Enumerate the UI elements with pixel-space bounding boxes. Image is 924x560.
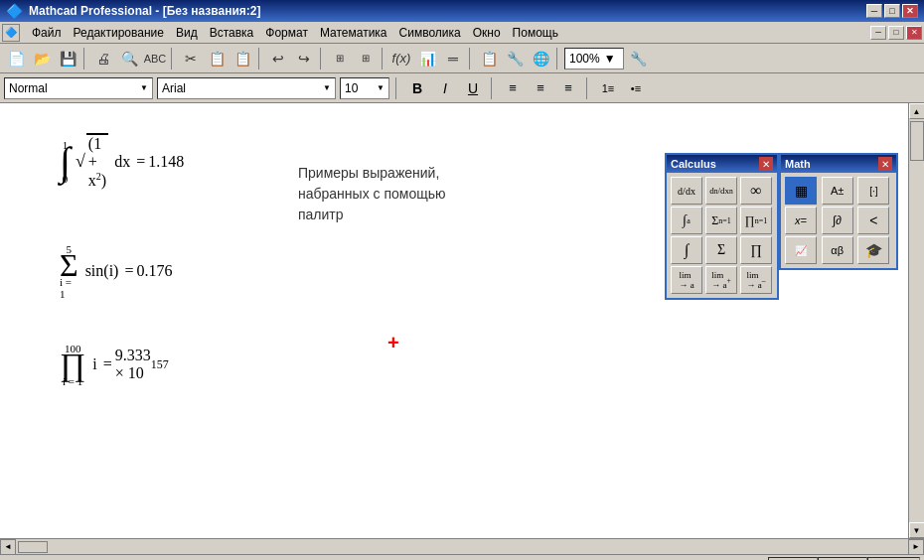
scroll-thumb[interactable]	[910, 121, 924, 161]
calc-lim[interactable]: lim→ a	[671, 266, 702, 294]
menu-math[interactable]: Математика	[314, 24, 393, 42]
settings-button[interactable]: 🔧	[503, 47, 527, 70]
menu-close-btn[interactable]: ✕	[906, 26, 922, 40]
scroll-up-button[interactable]: ▲	[909, 103, 925, 119]
math-palette: Math ✕ ▦ A± [·] x= ∫∂ < 📈 αβ 🎓	[779, 153, 898, 270]
status-right-panels: AUTO NUM Page 1	[768, 557, 920, 561]
menu-file[interactable]: Файл	[26, 24, 68, 42]
tb-sep-6	[469, 48, 473, 70]
font-dropdown[interactable]: Arial ▼	[157, 77, 336, 99]
calc-def-integral[interactable]: ∫a	[671, 207, 702, 234]
undo-button[interactable]: ↩	[266, 47, 290, 70]
chart-button[interactable]: 📊	[415, 47, 439, 70]
print-preview-button[interactable]: 🔍	[117, 47, 141, 70]
tb-btn-extra2[interactable]: ⊞	[354, 47, 378, 70]
calc-infinity[interactable]: ∞	[740, 177, 772, 205]
num-status: NUM	[818, 557, 867, 561]
size-dropdown[interactable]: 10 ▼	[340, 77, 389, 99]
calc-lim-minus[interactable]: lim→ a–	[740, 266, 772, 294]
calc-nth-derivative[interactable]: dn/dxn	[705, 177, 737, 205]
math-xeq-button[interactable]: x=	[785, 207, 817, 234]
scroll-track[interactable]	[909, 119, 924, 522]
window-title: Mathcad Professional - [Без названия:2]	[29, 4, 866, 18]
menu-insert[interactable]: Вставка	[204, 24, 260, 42]
tb-sep-5	[382, 48, 385, 70]
calc-product-infinite[interactable]: ∏	[740, 236, 772, 264]
style-dropdown[interactable]: Normal ▼	[4, 77, 153, 99]
print-button[interactable]: 🖨	[91, 47, 115, 70]
new-button[interactable]: 📄	[4, 47, 28, 70]
font-arrow: ▼	[323, 83, 331, 92]
hscroll-track[interactable]	[16, 539, 908, 554]
copy-button[interactable]: 📋	[205, 47, 229, 70]
style-arrow: ▼	[140, 83, 148, 92]
align-center-button[interactable]: ≡	[529, 77, 552, 99]
cut-button[interactable]: ✂	[179, 47, 203, 70]
italic-button[interactable]: I	[433, 77, 457, 99]
hscroll-right-button[interactable]: ►	[908, 539, 924, 555]
maximize-button[interactable]: □	[884, 4, 900, 18]
redo-button[interactable]: ↪	[292, 47, 316, 70]
calculus-palette-grid: d/dx dn/dxn ∞ ∫a Σn=1 ∏n=1 ∫ Σ ∏ lim→ a …	[667, 173, 777, 298]
tb-btn-extra1[interactable]: ⊞	[328, 47, 352, 70]
function-button[interactable]: f(x)	[389, 47, 413, 70]
font-value: Arial	[162, 81, 186, 95]
minimize-button[interactable]: ─	[866, 4, 882, 18]
math-eval-button[interactable]: [·]	[857, 177, 889, 205]
math-title-text: Math	[785, 158, 811, 170]
math-matrix-button[interactable]: A±	[822, 177, 853, 205]
style-value: Normal	[9, 81, 48, 95]
hscroll-thumb[interactable]	[18, 541, 48, 553]
menu-symbolic[interactable]: Символика	[393, 24, 467, 42]
math-calc-button[interactable]: ▦	[785, 177, 817, 205]
calculus-palette: Calculus ✕ d/dx dn/dxn ∞ ∫a Σn=1 ∏n=1 ∫ …	[665, 153, 779, 300]
equals-button[interactable]: ═	[441, 47, 465, 70]
menu-edit[interactable]: Редактирование	[68, 24, 170, 42]
menu-bar: 🔷 Файл Редактирование Вид Вставка Формат…	[0, 22, 924, 44]
math-integral-button[interactable]: ∫∂	[822, 207, 853, 234]
scroll-down-button[interactable]: ▼	[909, 522, 925, 538]
calc-indefinite-integral[interactable]: ∫	[671, 236, 702, 264]
menu-restore-btn[interactable]: □	[888, 26, 904, 40]
app-icon: 🔷	[6, 3, 23, 19]
math-alphabeta-button[interactable]: αβ	[822, 236, 853, 264]
calc-product-finite[interactable]: ∏n=1	[740, 207, 772, 234]
zoom-dropdown[interactable]: 100% ▼	[564, 48, 624, 70]
underline-button[interactable]: U	[461, 77, 485, 99]
calculus-close-button[interactable]: ✕	[759, 157, 773, 171]
menu-minimize-btn[interactable]: ─	[870, 26, 886, 40]
menu-help[interactable]: Помощь	[507, 24, 564, 42]
menu-format[interactable]: Формат	[259, 24, 314, 42]
document-canvas[interactable]: 1 ∫ 0 √ (1 + x2) dx = 1.148	[0, 103, 908, 538]
save-button[interactable]: 💾	[56, 47, 79, 70]
align-right-button[interactable]: ≡	[556, 77, 580, 99]
calc-derivative[interactable]: d/dx	[671, 177, 702, 205]
calc-sum-infinite[interactable]: Σ	[705, 236, 737, 264]
calc-sum-finite[interactable]: Σn=1	[705, 207, 737, 234]
hscroll-left-button[interactable]: ◄	[0, 539, 16, 555]
math-compare-button[interactable]: <	[857, 207, 889, 234]
menu-window[interactable]: Окно	[467, 24, 507, 42]
align-left-button[interactable]: ≡	[501, 77, 525, 99]
open-button[interactable]: 📂	[30, 47, 54, 70]
paste-button[interactable]: 📋	[231, 47, 254, 70]
calculus-palette-title: Calculus ✕	[667, 155, 777, 173]
tb-sep-2	[171, 48, 175, 70]
resource-button[interactable]: 📋	[477, 47, 501, 70]
math-graph-button[interactable]: 📈	[785, 236, 817, 264]
resource2-button[interactable]: 🔧	[626, 47, 650, 70]
bold-button[interactable]: B	[405, 77, 429, 99]
tb-sep-3	[258, 48, 262, 70]
math-close-button[interactable]: ✕	[878, 157, 892, 171]
list-bullet-button[interactable]: •≡	[624, 77, 648, 99]
close-button[interactable]: ✕	[902, 4, 918, 18]
menu-right-controls: ─ □ ✕	[870, 26, 922, 40]
menu-view[interactable]: Вид	[170, 24, 204, 42]
spell-check-button[interactable]: ABC	[143, 47, 167, 70]
network-button[interactable]: 🌐	[529, 47, 552, 70]
math-cap-button[interactable]: 🎓	[857, 236, 889, 264]
calc-lim-plus[interactable]: lim→ a+	[705, 266, 737, 294]
fmt-sep-2	[491, 77, 495, 99]
list-num-button[interactable]: 1≡	[596, 77, 620, 99]
calculus-title-text: Calculus	[671, 158, 716, 170]
